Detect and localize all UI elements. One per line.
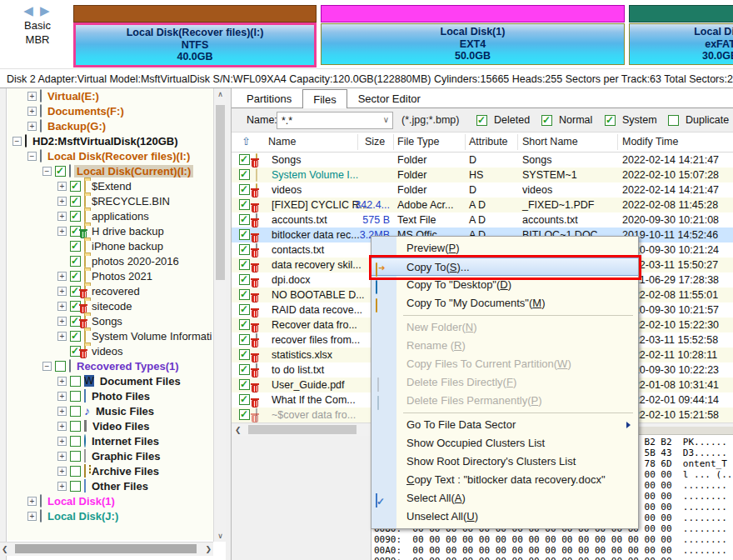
partition-block[interactable]: Local Disk(1)EXT450.0GB (321, 5, 625, 65)
scrollbar-thumb[interactable] (15, 544, 197, 553)
scroll-up-icon[interactable]: ∧ (214, 90, 227, 98)
tree-item[interactable]: +Internet Files (7, 433, 213, 448)
expand-icon[interactable]: + (27, 512, 37, 521)
tree-item[interactable]: +$RECYCLE.BIN (7, 193, 213, 208)
column-header-modify-time[interactable]: Modify Time (622, 136, 678, 148)
tree-item[interactable]: +videos (7, 343, 213, 358)
tree-item[interactable]: +Photos 2021 (7, 268, 213, 283)
tree-item[interactable]: +sitecode (7, 298, 213, 313)
menu-item-show-root-directory-s-clusters[interactable]: Show Root Directory's Clusters List (371, 452, 638, 471)
tree-checkbox[interactable] (70, 481, 81, 492)
tree-checkbox[interactable] (70, 196, 81, 207)
tree-checkbox[interactable] (55, 361, 66, 372)
sort-arrow-icon[interactable]: ⇧ (242, 135, 251, 148)
tree-item[interactable]: −HD2:MsftVirtualDisk(120GB) (7, 133, 213, 148)
scroll-left-icon[interactable]: ❮ (2, 545, 8, 553)
tree-item[interactable]: +Local Disk(J:) (7, 508, 213, 523)
expand-icon[interactable]: + (57, 182, 67, 191)
row-checkbox[interactable] (239, 394, 250, 405)
expand-icon[interactable]: + (57, 317, 67, 326)
tree-checkbox[interactable] (70, 391, 81, 402)
expand-icon[interactable]: + (27, 92, 37, 101)
partition-block[interactable]: Local DiskexFAT30.0GB (629, 5, 733, 65)
nav-forward-icon[interactable]: ▶ (40, 3, 52, 18)
expand-icon[interactable]: + (57, 302, 67, 311)
partition-block[interactable]: Local Disk(Recover files)(I:)NTFS40.0GB (73, 5, 317, 68)
menu-item-go-to-file-data-sector[interactable]: Go To File Data Sector (371, 416, 638, 434)
expand-icon[interactable]: + (27, 122, 37, 131)
expand-icon[interactable]: + (57, 422, 67, 431)
row-checkbox[interactable] (239, 409, 250, 420)
row-checkbox[interactable] (239, 349, 250, 360)
row-checkbox[interactable] (239, 214, 250, 225)
tree-item[interactable]: +Photo Files (7, 388, 213, 403)
row-checkbox[interactable] (239, 244, 250, 255)
expand-icon[interactable]: + (57, 467, 67, 476)
row-checkbox[interactable] (239, 229, 250, 240)
checkbox-icon[interactable] (476, 115, 487, 126)
expand-icon[interactable]: + (57, 287, 67, 296)
row-checkbox[interactable] (239, 154, 250, 165)
expand-icon[interactable]: + (57, 377, 67, 386)
tree-item[interactable]: +iPhone backup (7, 238, 213, 253)
name-filter-combobox[interactable]: *.* ∨ (277, 112, 393, 129)
tree-checkbox[interactable] (70, 406, 81, 417)
expand-icon[interactable]: + (57, 197, 67, 206)
expand-icon[interactable]: + (27, 497, 37, 506)
column-header-file-type[interactable]: File Type (397, 136, 440, 148)
tree-horizontal-scrollbar[interactable]: ❮ ❯ (0, 542, 213, 556)
expand-icon[interactable]: + (57, 332, 67, 341)
table-row[interactable]: videosFolderDvideos2022-02-14 14:21:47 (232, 182, 733, 198)
tree-checkbox[interactable] (70, 256, 81, 267)
tree-item[interactable]: +WDocument Files (7, 373, 213, 388)
tree-item[interactable]: −Recovered Types(1) (7, 358, 213, 373)
table-row[interactable]: [FIXED] CYCLIC R...342.4...Adobe Acr...A… (232, 198, 733, 212)
tree-item[interactable]: +Archive Files (7, 463, 213, 478)
checkbox-icon[interactable] (605, 115, 616, 126)
tree-checkbox[interactable] (70, 466, 81, 477)
tree-item[interactable]: +Backup(G:) (7, 118, 213, 133)
expand-icon[interactable]: + (57, 272, 67, 281)
tree-checkbox[interactable] (70, 241, 81, 252)
row-checkbox[interactable] (239, 184, 250, 195)
menu-item-copy-to-desktop-d[interactable]: Copy To "Desktop"(D) (371, 276, 638, 294)
filter-checkbox-normal[interactable]: Normal (541, 114, 592, 126)
filter-checkbox-duplicate[interactable]: Duplicate (668, 114, 729, 126)
expand-icon[interactable]: + (57, 452, 67, 461)
tree-checkbox[interactable] (70, 451, 81, 462)
row-checkbox[interactable] (239, 259, 250, 270)
tree-item[interactable]: +photos 2020-2016 (7, 253, 213, 268)
tree-item[interactable]: +Virtual(E:) (7, 88, 213, 103)
menu-item-preview-p[interactable]: Preview(P) (371, 239, 638, 258)
tree-vertical-scrollbar[interactable]: ∧ ∨ (213, 88, 227, 542)
row-checkbox[interactable] (239, 379, 250, 390)
panel-splitter[interactable] (226, 88, 232, 560)
expand-icon[interactable]: + (57, 437, 67, 446)
tree-item[interactable]: −Local Disk(Recover files)(I:) (7, 148, 213, 163)
partition-box[interactable]: Local Disk(1)EXT450.0GB (321, 23, 625, 65)
row-checkbox[interactable] (239, 169, 250, 180)
filter-checkbox-deleted[interactable]: Deleted (476, 114, 530, 126)
table-row[interactable]: System Volume I...FolderHSSYSTEM~12022-0… (232, 168, 733, 182)
partition-box[interactable]: Local DiskexFAT30.0GB (629, 23, 733, 65)
table-row[interactable]: accounts.txt575 BText FileA Daccounts.tx… (232, 212, 733, 228)
collapse-icon[interactable]: − (12, 137, 22, 146)
row-checkbox[interactable] (239, 304, 250, 315)
expand-icon[interactable]: + (57, 407, 67, 416)
tree-item[interactable]: +Local Disk(1) (7, 493, 213, 508)
column-header-name[interactable]: Name (268, 136, 296, 148)
tree-checkbox[interactable] (70, 436, 81, 447)
row-checkbox[interactable] (239, 334, 250, 345)
row-checkbox[interactable] (239, 364, 250, 375)
menu-item-copy-to-my-documents-m[interactable]: Copy To "My Documents"(M) (371, 294, 638, 312)
menu-item-unselect-all-u[interactable]: Unselect All(U) (371, 508, 638, 526)
tree-item[interactable]: +Documents(F:) (7, 103, 213, 118)
menu-item-copy-to-s[interactable]: Copy To(S)... (371, 258, 638, 276)
scroll-left-icon[interactable]: ❮ (235, 426, 242, 434)
expand-icon[interactable]: + (57, 392, 67, 401)
column-header-attribute[interactable]: Attribute (469, 136, 508, 148)
expand-icon[interactable]: + (57, 227, 67, 236)
partition-box[interactable]: Local Disk(Recover files)(I:)NTFS40.0GB (73, 22, 317, 68)
tab-files[interactable]: Files (302, 89, 347, 110)
tree-item[interactable]: +applications (7, 208, 213, 223)
